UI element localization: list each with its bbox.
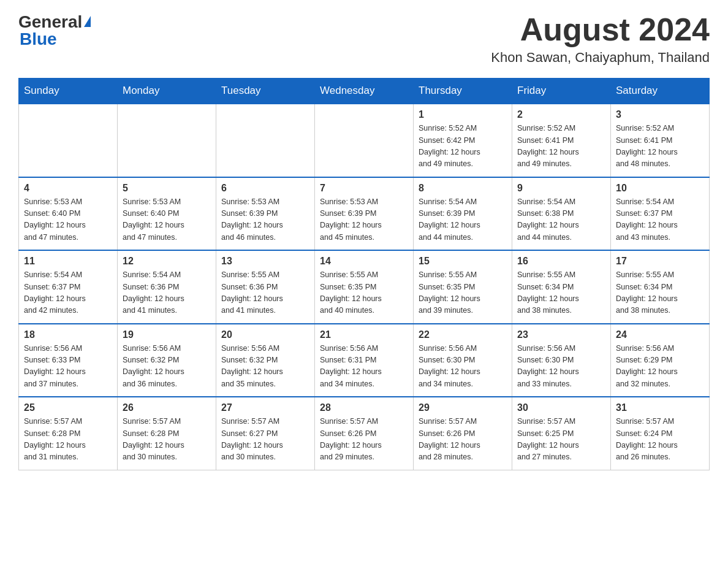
- header-cell-tuesday: Tuesday: [216, 79, 315, 104]
- day-cell: 31Sunrise: 5:57 AM Sunset: 6:24 PM Dayli…: [611, 397, 710, 470]
- day-info: Sunrise: 5:53 AM Sunset: 6:40 PM Dayligh…: [24, 196, 112, 244]
- location-title: Khon Sawan, Chaiyaphum, Thailand: [491, 50, 710, 66]
- day-number: 16: [517, 256, 605, 267]
- day-info: Sunrise: 5:55 AM Sunset: 6:36 PM Dayligh…: [221, 269, 309, 317]
- day-number: 10: [616, 183, 704, 194]
- day-cell: 2Sunrise: 5:52 AM Sunset: 6:41 PM Daylig…: [512, 104, 611, 177]
- day-cell: 27Sunrise: 5:57 AM Sunset: 6:27 PM Dayli…: [216, 397, 315, 470]
- day-cell: [216, 104, 315, 177]
- day-number: 17: [616, 256, 704, 267]
- day-cell: 13Sunrise: 5:55 AM Sunset: 6:36 PM Dayli…: [216, 250, 315, 324]
- day-info: Sunrise: 5:56 AM Sunset: 6:31 PM Dayligh…: [320, 343, 408, 391]
- day-info: Sunrise: 5:54 AM Sunset: 6:37 PM Dayligh…: [24, 269, 112, 317]
- day-info: Sunrise: 5:56 AM Sunset: 6:29 PM Dayligh…: [616, 343, 704, 391]
- week-row-1: 1Sunrise: 5:52 AM Sunset: 6:42 PM Daylig…: [19, 104, 710, 177]
- day-info: Sunrise: 5:56 AM Sunset: 6:30 PM Dayligh…: [517, 343, 605, 391]
- day-number: 8: [419, 183, 507, 194]
- day-cell: 1Sunrise: 5:52 AM Sunset: 6:42 PM Daylig…: [414, 104, 512, 177]
- header-cell-wednesday: Wednesday: [315, 79, 414, 104]
- day-info: Sunrise: 5:57 AM Sunset: 6:27 PM Dayligh…: [221, 416, 309, 464]
- day-cell: 5Sunrise: 5:53 AM Sunset: 6:40 PM Daylig…: [118, 177, 216, 251]
- day-number: 3: [616, 109, 704, 120]
- header: General Blue August 2024 Khon Sawan, Cha…: [18, 12, 710, 66]
- day-number: 7: [320, 183, 408, 194]
- day-info: Sunrise: 5:54 AM Sunset: 6:36 PM Dayligh…: [123, 269, 211, 317]
- day-info: Sunrise: 5:55 AM Sunset: 6:34 PM Dayligh…: [517, 269, 605, 317]
- day-cell: 10Sunrise: 5:54 AM Sunset: 6:37 PM Dayli…: [611, 177, 710, 251]
- day-info: Sunrise: 5:55 AM Sunset: 6:35 PM Dayligh…: [419, 269, 507, 317]
- day-number: 15: [419, 256, 507, 267]
- day-number: 20: [221, 329, 309, 340]
- day-number: 24: [616, 329, 704, 340]
- day-info: Sunrise: 5:52 AM Sunset: 6:42 PM Dayligh…: [419, 123, 507, 170]
- day-cell: 14Sunrise: 5:55 AM Sunset: 6:35 PM Dayli…: [315, 250, 414, 324]
- day-cell: 7Sunrise: 5:53 AM Sunset: 6:39 PM Daylig…: [315, 177, 414, 251]
- day-info: Sunrise: 5:57 AM Sunset: 6:28 PM Dayligh…: [123, 416, 211, 464]
- day-info: Sunrise: 5:54 AM Sunset: 6:37 PM Dayligh…: [616, 196, 704, 244]
- day-info: Sunrise: 5:57 AM Sunset: 6:26 PM Dayligh…: [320, 416, 408, 464]
- day-number: 21: [320, 329, 408, 340]
- month-title: August 2024: [491, 12, 710, 47]
- day-number: 18: [24, 329, 112, 340]
- day-cell: [315, 104, 414, 177]
- day-info: Sunrise: 5:56 AM Sunset: 6:30 PM Dayligh…: [419, 343, 507, 391]
- day-cell: 15Sunrise: 5:55 AM Sunset: 6:35 PM Dayli…: [414, 250, 512, 324]
- day-info: Sunrise: 5:55 AM Sunset: 6:34 PM Dayligh…: [616, 269, 704, 317]
- day-info: Sunrise: 5:52 AM Sunset: 6:41 PM Dayligh…: [616, 123, 704, 170]
- day-number: 14: [320, 256, 408, 267]
- week-row-5: 25Sunrise: 5:57 AM Sunset: 6:28 PM Dayli…: [19, 397, 710, 470]
- day-cell: [19, 104, 118, 177]
- day-cell: 23Sunrise: 5:56 AM Sunset: 6:30 PM Dayli…: [512, 324, 611, 397]
- day-cell: 29Sunrise: 5:57 AM Sunset: 6:26 PM Dayli…: [414, 397, 512, 470]
- calendar-body: 1Sunrise: 5:52 AM Sunset: 6:42 PM Daylig…: [19, 104, 710, 470]
- day-cell: 20Sunrise: 5:56 AM Sunset: 6:32 PM Dayli…: [216, 324, 315, 397]
- day-cell: [118, 104, 216, 177]
- day-number: 23: [517, 329, 605, 340]
- day-info: Sunrise: 5:57 AM Sunset: 6:28 PM Dayligh…: [24, 416, 112, 464]
- day-cell: 9Sunrise: 5:54 AM Sunset: 6:38 PM Daylig…: [512, 177, 611, 251]
- day-number: 26: [123, 402, 211, 413]
- day-cell: 28Sunrise: 5:57 AM Sunset: 6:26 PM Dayli…: [315, 397, 414, 470]
- calendar-table: SundayMondayTuesdayWednesdayThursdayFrid…: [18, 78, 710, 470]
- day-cell: 21Sunrise: 5:56 AM Sunset: 6:31 PM Dayli…: [315, 324, 414, 397]
- day-info: Sunrise: 5:57 AM Sunset: 6:26 PM Dayligh…: [419, 416, 507, 464]
- day-info: Sunrise: 5:56 AM Sunset: 6:32 PM Dayligh…: [221, 343, 309, 391]
- day-number: 4: [24, 183, 112, 194]
- day-number: 25: [24, 402, 112, 413]
- header-cell-sunday: Sunday: [19, 79, 118, 104]
- day-number: 19: [123, 329, 211, 340]
- day-cell: 17Sunrise: 5:55 AM Sunset: 6:34 PM Dayli…: [611, 250, 710, 324]
- day-info: Sunrise: 5:56 AM Sunset: 6:33 PM Dayligh…: [24, 343, 112, 391]
- day-cell: 25Sunrise: 5:57 AM Sunset: 6:28 PM Dayli…: [19, 397, 118, 470]
- calendar-header: SundayMondayTuesdayWednesdayThursdayFrid…: [19, 79, 710, 104]
- day-number: 31: [616, 402, 704, 413]
- day-number: 5: [123, 183, 211, 194]
- day-number: 6: [221, 183, 309, 194]
- day-info: Sunrise: 5:54 AM Sunset: 6:39 PM Dayligh…: [419, 196, 507, 244]
- header-cell-monday: Monday: [118, 79, 216, 104]
- logo: General Blue: [18, 12, 91, 49]
- title-area: August 2024 Khon Sawan, Chaiyaphum, Thai…: [491, 12, 710, 66]
- day-number: 30: [517, 402, 605, 413]
- week-row-3: 11Sunrise: 5:54 AM Sunset: 6:37 PM Dayli…: [19, 250, 710, 324]
- day-info: Sunrise: 5:52 AM Sunset: 6:41 PM Dayligh…: [517, 123, 605, 170]
- header-cell-friday: Friday: [512, 79, 611, 104]
- day-cell: 4Sunrise: 5:53 AM Sunset: 6:40 PM Daylig…: [19, 177, 118, 251]
- day-cell: 22Sunrise: 5:56 AM Sunset: 6:30 PM Dayli…: [414, 324, 512, 397]
- week-row-4: 18Sunrise: 5:56 AM Sunset: 6:33 PM Dayli…: [19, 324, 710, 397]
- day-info: Sunrise: 5:56 AM Sunset: 6:32 PM Dayligh…: [123, 343, 211, 391]
- header-cell-saturday: Saturday: [611, 79, 710, 104]
- day-info: Sunrise: 5:53 AM Sunset: 6:39 PM Dayligh…: [320, 196, 408, 244]
- day-cell: 8Sunrise: 5:54 AM Sunset: 6:39 PM Daylig…: [414, 177, 512, 251]
- day-cell: 3Sunrise: 5:52 AM Sunset: 6:41 PM Daylig…: [611, 104, 710, 177]
- day-info: Sunrise: 5:53 AM Sunset: 6:40 PM Dayligh…: [123, 196, 211, 244]
- header-row: SundayMondayTuesdayWednesdayThursdayFrid…: [19, 79, 710, 104]
- day-cell: 26Sunrise: 5:57 AM Sunset: 6:28 PM Dayli…: [118, 397, 216, 470]
- day-cell: 19Sunrise: 5:56 AM Sunset: 6:32 PM Dayli…: [118, 324, 216, 397]
- logo-blue-text: Blue: [20, 29, 57, 49]
- logo-triangle-icon: [84, 16, 91, 27]
- day-number: 9: [517, 183, 605, 194]
- day-number: 27: [221, 402, 309, 413]
- week-row-2: 4Sunrise: 5:53 AM Sunset: 6:40 PM Daylig…: [19, 177, 710, 251]
- day-info: Sunrise: 5:53 AM Sunset: 6:39 PM Dayligh…: [221, 196, 309, 244]
